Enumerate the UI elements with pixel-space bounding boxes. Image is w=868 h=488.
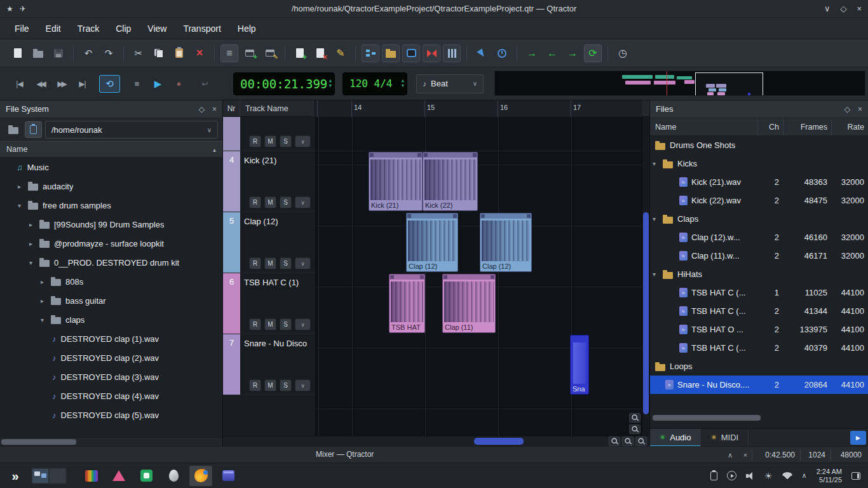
track-number-cell[interactable]: 5 xyxy=(223,212,240,273)
track-menu-button[interactable] xyxy=(295,318,311,330)
auto-backward-button[interactable] xyxy=(584,44,602,62)
save-session-button[interactable] xyxy=(50,44,67,62)
track-number-cell[interactable]: 7 xyxy=(223,334,240,395)
skip-to-start-button[interactable] xyxy=(9,75,30,93)
fs-horizontal-scrollbar[interactable] xyxy=(0,437,222,446)
close-dock-button[interactable] xyxy=(858,105,862,114)
files-row[interactable]: Kicks xyxy=(650,154,868,173)
fs-name-header[interactable]: Name xyxy=(0,141,222,158)
expander-icon[interactable] xyxy=(653,271,663,278)
audio-clip[interactable]: Kick (22) xyxy=(423,152,478,211)
track-row[interactable]: 4 Kick (21) R M S xyxy=(223,151,315,212)
files-row[interactable]: Loops xyxy=(650,357,868,376)
unshade-mixer-button[interactable] xyxy=(724,449,736,461)
zoom-out-button[interactable] xyxy=(609,437,620,446)
fs-tree-item[interactable]: DESTROYED clap (2).wav xyxy=(0,348,222,367)
files-row-selected[interactable]: Snare - Nu Disco....22086444100 xyxy=(650,376,868,394)
scrollbar-thumb[interactable] xyxy=(653,415,761,421)
spin-down-icon[interactable] xyxy=(402,84,404,88)
track-name[interactable]: Kick (21) xyxy=(244,156,313,166)
fs-tree-item[interactable]: 808s xyxy=(0,272,222,291)
mute-button[interactable]: M xyxy=(264,379,276,391)
column-name[interactable]: Name xyxy=(650,123,757,132)
track-menu-button[interactable] xyxy=(295,257,311,269)
files-row[interactable]: Clap (11).w...24617132000 xyxy=(650,247,868,265)
expander-icon[interactable] xyxy=(29,259,39,266)
audio-clip[interactable]: TSB HAT xyxy=(389,274,425,333)
new-session-button[interactable] xyxy=(9,44,27,62)
horizontal-scrollbar[interactable] xyxy=(223,437,606,446)
metronome-button[interactable] xyxy=(614,44,632,62)
stop-button[interactable] xyxy=(126,75,147,93)
solo-button[interactable]: S xyxy=(280,318,292,330)
track-row[interactable]: 7 Snare - Nu Disco R M S xyxy=(223,334,315,395)
expander-icon[interactable] xyxy=(41,278,51,285)
tab-audio[interactable]: Audio xyxy=(650,429,701,447)
files-horizontal-scrollbar[interactable] xyxy=(650,414,868,422)
close-dock-button[interactable] xyxy=(212,105,217,114)
scrollbar-thumb[interactable] xyxy=(643,212,649,414)
play-button[interactable] xyxy=(147,75,168,93)
fs-tree-item[interactable]: DESTROYED clap (1).wav xyxy=(0,329,222,348)
thumbnail-view-rect[interactable] xyxy=(695,72,763,96)
files-row[interactable]: Clap (12).w...24616032000 xyxy=(650,228,868,247)
expander-icon[interactable] xyxy=(653,215,663,222)
remove-audio-file-button[interactable] xyxy=(311,44,329,62)
audio-clip[interactable]: Kick (21) xyxy=(369,152,423,211)
track-number-cell[interactable] xyxy=(223,117,240,151)
files-table-header[interactable]: Name Ch Frames Rate xyxy=(650,118,868,136)
mute-button[interactable]: M xyxy=(264,257,276,269)
column-frames[interactable]: Frames xyxy=(783,118,831,135)
time-display[interactable]: 00:00:21.399 xyxy=(233,72,335,95)
fs-tree-item[interactable]: @prodmayze - surface loopkit xyxy=(0,234,222,253)
zoom-in-button[interactable] xyxy=(635,437,647,446)
track-name[interactable]: TSB HAT C (1) xyxy=(244,278,313,288)
menu-view[interactable]: View xyxy=(139,20,175,37)
notifications-icon[interactable] xyxy=(851,472,860,480)
scrollbar-thumb[interactable] xyxy=(474,438,524,445)
menu-edit[interactable]: Edit xyxy=(37,20,69,37)
library-app-button[interactable] xyxy=(80,466,103,486)
tab-midi[interactable]: MIDI xyxy=(701,429,749,447)
solo-button[interactable]: S xyxy=(280,196,292,208)
undo-button[interactable] xyxy=(79,44,97,62)
paste-button[interactable] xyxy=(170,44,188,62)
brightness-icon[interactable] xyxy=(764,471,773,481)
track-name[interactable]: Clap (12) xyxy=(244,217,313,227)
desktop-2[interactable] xyxy=(50,469,65,483)
follow-playhead-button[interactable] xyxy=(194,75,215,93)
files-row[interactable]: HiHats xyxy=(650,265,868,283)
files-row[interactable]: TSB HAT C (...24134444100 xyxy=(650,302,868,320)
track-list-button[interactable] xyxy=(220,44,238,62)
edit-clip-button[interactable] xyxy=(332,44,349,62)
mixer-window-task-button[interactable] xyxy=(217,466,240,486)
expander-icon[interactable] xyxy=(653,160,663,167)
fs-tree-item[interactable]: audacity xyxy=(0,177,222,196)
session-thumbnail[interactable] xyxy=(494,71,865,96)
backward-marker-button[interactable] xyxy=(543,44,561,62)
expander-icon[interactable] xyxy=(41,316,51,323)
clip-split-button[interactable] xyxy=(423,44,440,62)
tempo-spinner[interactable] xyxy=(402,79,404,88)
expander-icon[interactable] xyxy=(29,221,39,228)
solo-button[interactable]: S xyxy=(280,257,292,269)
track-number-cell[interactable]: 6 xyxy=(223,273,240,334)
clipboard-tray-icon[interactable] xyxy=(710,471,717,480)
rewind-button[interactable] xyxy=(30,75,51,93)
mute-button[interactable]: M xyxy=(264,196,276,208)
float-dock-button[interactable] xyxy=(844,105,850,114)
prism-app-button[interactable] xyxy=(107,466,130,486)
desktop-1[interactable] xyxy=(32,469,48,483)
expander-icon[interactable] xyxy=(18,183,28,190)
copy-button[interactable] xyxy=(150,44,168,62)
forward-marker-button[interactable] xyxy=(564,44,581,62)
spin-down-icon[interactable] xyxy=(329,84,332,88)
menu-clip[interactable]: Clip xyxy=(107,20,139,37)
fs-tree-item[interactable]: claps xyxy=(0,310,222,329)
pointer-tool-button[interactable] xyxy=(473,44,491,62)
column-ch[interactable]: Ch xyxy=(757,118,783,135)
spin-up-icon[interactable] xyxy=(329,79,332,83)
fs-tree-item[interactable]: [99Sounds] 99 Drum Samples xyxy=(0,215,222,234)
record-arm-button[interactable]: R xyxy=(249,379,261,391)
open-session-button[interactable] xyxy=(29,44,47,62)
